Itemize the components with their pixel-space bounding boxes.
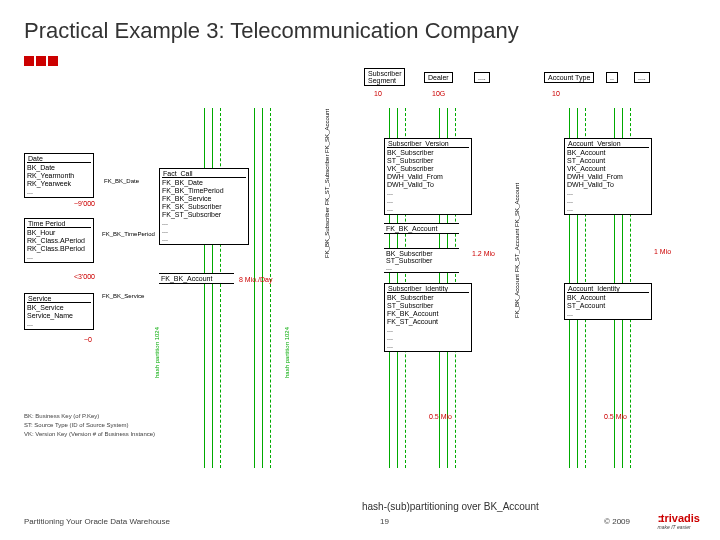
rotated-fk: FK_BK_Subscriber FK_ST_Subscriber FK_SK_… <box>324 109 330 258</box>
partition-line <box>204 108 205 468</box>
entity-fields: BK_Hour RK_Class.APeriod RK_Class.BPerio… <box>27 229 91 261</box>
count: 10 <box>374 90 382 97</box>
entity-label: Account_Identity <box>567 285 649 293</box>
entity-label: Subscriber_Identity <box>387 285 469 293</box>
entity-fact-call: Fact_Call FK_BK_Date FK_BK_TimePeriod FK… <box>159 168 249 245</box>
partition-line <box>212 108 213 468</box>
entity-fields: BK_Account ST_Account VK_Account DWH_Val… <box>567 149 649 213</box>
entity-label: Service <box>27 295 91 303</box>
logo-text: trivadis <box>661 512 700 524</box>
legend-st: ST: Source Type (ID of Source System) <box>24 422 129 428</box>
entity-label: Subscriber_Version <box>387 140 469 148</box>
partition-line <box>254 108 255 468</box>
partition-line <box>270 108 271 468</box>
entity-subscriber-version: Subscriber_Version BK_Subscriber ST_Subs… <box>384 138 472 215</box>
footer-copy: © 2009 <box>604 517 630 526</box>
trivadis-logo: ::trivadis make IT easier <box>658 512 700 530</box>
entity-fields: FK_BK_Date FK_BK_TimePeriod FK_BK_Servic… <box>162 179 246 243</box>
rel-label: FK_BK_Service <box>102 293 144 299</box>
entity-fields: BK_Subscriber ST_Subscriber FK_BK_Accoun… <box>387 294 469 350</box>
entity-date: Date BK_Date RK_Yearmonth RK_Yearweek ..… <box>24 153 94 198</box>
entity-subscriber-segment: Subscriber Segment <box>364 68 405 86</box>
entity-dots: .... <box>634 72 650 83</box>
count: 1 Mio <box>654 248 671 255</box>
entity-account-type: Account Type <box>544 72 594 83</box>
count: 10 <box>552 90 560 97</box>
entity-timeperiod: Time Period BK_Hour RK_Class.APeriod RK_… <box>24 218 94 263</box>
entity-fields: BK_Date RK_Yearmonth RK_Yearweek ... <box>27 164 91 196</box>
rotated-fk: FK_BK_Account FK_ST_Account FK_SK_Accoun… <box>514 183 520 318</box>
entity-label: Account_Version <box>567 140 649 148</box>
entity-account-version: Account_Version BK_Account ST_Account VK… <box>564 138 652 215</box>
rel-label: FK_BK_TimePeriod <box>102 231 155 237</box>
partition-line <box>220 108 221 468</box>
entity-fields: BK_Service Service_Name ... <box>27 304 91 328</box>
entity-fields: BK_Account ST_Account ... <box>567 294 649 318</box>
entity-label: Time Period <box>27 220 91 228</box>
footer-caption: hash-(sub)partitioning over BK_Account <box>362 501 539 512</box>
footer-left: Partitioning Your Oracle Data Warehouse <box>24 517 170 526</box>
footer-page: 19 <box>380 517 389 526</box>
count: 0.5 Mio <box>604 413 627 420</box>
count: 0.5 Mio <box>429 413 452 420</box>
count: ~9'000 <box>74 200 95 207</box>
entity-label: Fact_Call <box>162 170 246 178</box>
fk-account: FK_BK_Account <box>159 273 234 284</box>
logo-tag: make IT easier <box>658 524 700 530</box>
entity-account-identity: Account_Identity BK_Account ST_Account .… <box>564 283 652 320</box>
count: ~0 <box>84 336 92 343</box>
count: 1.2 Mio <box>472 250 495 257</box>
count: <3'000 <box>74 273 95 280</box>
subscriber-id-top: BK_Subscriber ST_Subscriber ... <box>384 248 459 273</box>
entity-dealer: Dealer <box>424 72 453 83</box>
fk-account: FK_BK_Account <box>384 223 459 234</box>
rotated-hash: hash partition 1024 <box>154 327 160 378</box>
partition-line <box>262 108 263 468</box>
entity-dots: .. <box>606 72 618 83</box>
rotated-hash: hash partition 1024 <box>284 327 290 378</box>
entity-subscriber-identity: Subscriber_Identity BK_Subscriber ST_Sub… <box>384 283 472 352</box>
entity-label: Date <box>27 155 91 163</box>
count: 10G <box>432 90 445 97</box>
slide-title: Practical Example 3: Telecommunication C… <box>0 0 720 48</box>
entity-service: Service BK_Service Service_Name ... <box>24 293 94 330</box>
count: 8 Mio./Day <box>239 276 272 283</box>
legend-bk: BK: Business Key (of P.Key) <box>24 413 99 419</box>
rel-label: FK_BK_Date <box>104 178 139 184</box>
entity-dots: .... <box>474 72 490 83</box>
legend-vk: VK: Version Key (Version # of Business I… <box>24 431 155 437</box>
er-diagram: Subscriber Segment Dealer .... Account T… <box>24 68 696 488</box>
entity-fields: BK_Subscriber ST_Subscriber VK_Subscribe… <box>387 149 469 213</box>
